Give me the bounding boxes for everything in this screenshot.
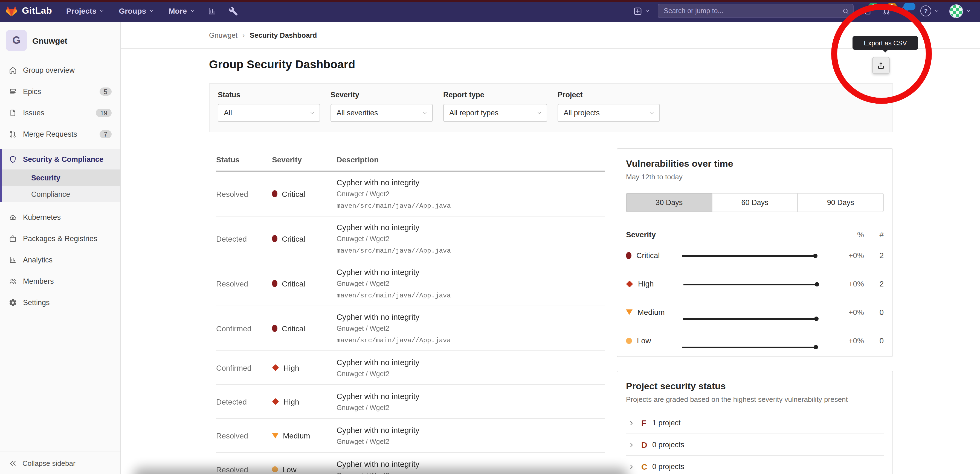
upload-icon xyxy=(877,61,885,70)
vulnerability-title[interactable]: Cypher with no integrity xyxy=(337,358,419,366)
vulnerability-title[interactable]: Cypher with no integrity xyxy=(337,460,419,468)
chevron-down-icon xyxy=(966,8,971,14)
gitlab-logo[interactable]: GitLab xyxy=(5,5,52,17)
table-row[interactable]: Resolved Low Cypher with no integrity Gn… xyxy=(216,453,605,474)
group-avatar: G xyxy=(6,30,27,51)
grade-project-count: 1 project xyxy=(652,419,681,427)
project-dropdown[interactable]: All projects xyxy=(558,104,660,122)
admin-wrench-button[interactable] xyxy=(228,6,238,16)
vulnerability-path: maven/src/main/java//App.java xyxy=(337,247,451,255)
table-row[interactable]: Detected Critical Cypher with no integri… xyxy=(216,217,605,262)
members-icon xyxy=(9,277,17,285)
vulnerability-path: maven/src/main/java//App.java xyxy=(337,202,451,210)
todos-nav-button[interactable] xyxy=(900,6,909,15)
search-input[interactable] xyxy=(658,4,854,18)
chevron-right-icon xyxy=(628,463,635,470)
new-item-menu[interactable] xyxy=(633,6,650,16)
severity-low-icon xyxy=(272,466,278,472)
brand-name: GitLab xyxy=(22,5,52,16)
todos-count-badge xyxy=(904,3,915,10)
grade-row[interactable]: F 1 project xyxy=(626,412,884,434)
left-sidebar: G Gnuwget Group overview Epics 5 Issues … xyxy=(0,22,121,474)
collapse-sidebar-button[interactable]: Collapse sidebar xyxy=(0,452,120,474)
group-context-header[interactable]: G Gnuwget xyxy=(0,22,120,54)
sidebar-item-kubernetes[interactable]: Kubernetes xyxy=(0,207,120,228)
severity-label: Critical xyxy=(282,279,305,288)
chevron-down-icon xyxy=(309,110,315,116)
chevron-down-icon xyxy=(536,110,542,116)
vulnerability-project: Gnuwget / Wget2 xyxy=(337,404,419,411)
nav-menu-more[interactable]: More xyxy=(169,6,195,15)
grade-letter: F xyxy=(641,418,652,428)
table-row[interactable]: Resolved Critical Cypher with no integri… xyxy=(216,262,605,306)
vulnerability-title[interactable]: Cypher with no integrity xyxy=(337,178,451,187)
card-title: Project security status xyxy=(626,381,884,392)
table-row[interactable]: Confirmed High Cypher with no integrity … xyxy=(216,351,605,385)
breadcrumb-group[interactable]: Gnuwget xyxy=(209,31,237,39)
range-button-30-days[interactable]: 30 Days xyxy=(626,193,712,212)
range-button-60-days[interactable]: 60 Days xyxy=(712,193,798,212)
export-csv-button[interactable] xyxy=(872,57,890,74)
breadcrumb: Gnuwget › Security Dashboard xyxy=(120,22,980,49)
vulnerability-title[interactable]: Cypher with no integrity xyxy=(337,312,451,321)
trend-count: 0 xyxy=(864,336,884,345)
nav-menu-projects[interactable]: Projects xyxy=(66,6,105,15)
sidebar-item-settings[interactable]: Settings xyxy=(0,292,120,313)
sidebar-nav: Group overview Epics 5 Issues 19 Merge R… xyxy=(0,60,120,313)
vulnerability-path: maven/src/main/java//App.java xyxy=(337,336,451,344)
merge-requests-count-badge: 7 xyxy=(99,130,111,138)
vulnerability-table-body: Resolved Critical Cypher with no integri… xyxy=(216,172,605,474)
sidebar-item-group-overview[interactable]: Group overview xyxy=(0,60,120,81)
grade-row[interactable]: C 0 projects xyxy=(626,456,884,474)
sidebar-item-security-compliance[interactable]: Security & Compliance xyxy=(2,149,120,170)
nav-menu-groups[interactable]: Groups xyxy=(119,6,154,15)
sidebar-item-members[interactable]: Members xyxy=(0,271,120,292)
user-avatar[interactable] xyxy=(949,4,963,18)
sidebar-item-analytics[interactable]: Analytics xyxy=(0,249,120,271)
sidebar-item-merge-requests[interactable]: Merge Requests 7 xyxy=(0,124,120,145)
table-row[interactable]: Confirmed Critical Cypher with no integr… xyxy=(216,306,605,351)
epics-icon xyxy=(9,87,17,96)
vulnerability-title[interactable]: Cypher with no integrity xyxy=(337,223,451,231)
vulnerability-title[interactable]: Cypher with no integrity xyxy=(337,268,451,276)
page-title: Group Security Dashboard xyxy=(120,49,980,83)
severity-trend-row: Low +0% 0 xyxy=(626,328,884,353)
range-button-90-days[interactable]: 90 Days xyxy=(797,193,884,212)
plus-square-icon xyxy=(633,6,643,16)
status-dropdown[interactable]: All xyxy=(218,104,320,122)
merge-requests-nav-button[interactable]: 3 xyxy=(882,6,891,15)
trend-sparkline xyxy=(682,249,818,262)
issues-count-badge: 19 xyxy=(96,109,111,117)
vulnerability-project: Gnuwget / Wget2 xyxy=(337,438,419,445)
sidebar-item-security[interactable]: Security xyxy=(2,170,120,186)
grade-row[interactable]: D 0 projects xyxy=(626,434,884,456)
vulnerability-project: Gnuwget / Wget2 xyxy=(337,190,451,198)
grade-rows: F 1 project D 0 projects C 0 projects xyxy=(626,412,884,474)
help-menu[interactable]: ? xyxy=(920,5,931,16)
breadcrumb-page[interactable]: Security Dashboard xyxy=(250,31,317,39)
severity-medium-icon xyxy=(272,433,278,438)
shield-icon xyxy=(9,155,17,163)
gear-icon xyxy=(9,298,17,307)
severity-dropdown[interactable]: All severities xyxy=(331,104,433,122)
severity-medium-icon xyxy=(626,309,633,315)
sidebar-item-compliance[interactable]: Compliance xyxy=(2,186,120,202)
tanuki-icon xyxy=(5,5,18,17)
column-description: Description xyxy=(337,155,605,164)
table-row[interactable]: Resolved Medium Cypher with no integrity… xyxy=(216,419,605,453)
wrench-icon xyxy=(228,6,238,16)
table-row[interactable]: Detected High Cypher with no integrity G… xyxy=(216,385,605,419)
sidebar-item-epics[interactable]: Epics 5 xyxy=(0,81,120,102)
chevron-down-icon xyxy=(644,8,650,14)
issues-icon xyxy=(9,109,17,117)
report-type-dropdown[interactable]: All report types xyxy=(443,104,547,122)
trend-change: +0% xyxy=(835,279,864,288)
sidebar-item-packages-registries[interactable]: Packages & Registries xyxy=(0,228,120,249)
issues-nav-button[interactable]: 9 xyxy=(864,6,872,15)
vulnerability-title[interactable]: Cypher with no integrity xyxy=(337,426,419,434)
trend-count: 2 xyxy=(864,279,884,288)
table-row[interactable]: Resolved Critical Cypher with no integri… xyxy=(216,172,605,217)
vulnerability-title[interactable]: Cypher with no integrity xyxy=(337,392,419,401)
sidebar-item-issues[interactable]: Issues 19 xyxy=(0,102,120,124)
charts-nav-button[interactable] xyxy=(207,6,216,16)
